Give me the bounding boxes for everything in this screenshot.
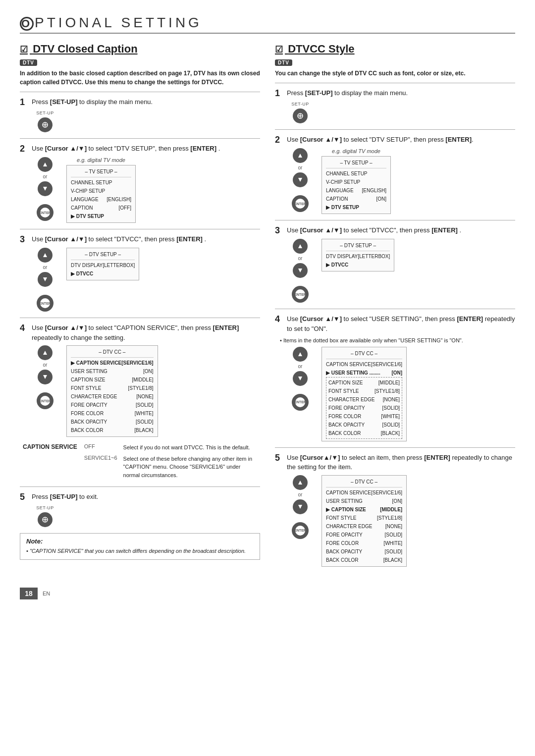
title-circle: O: [20, 17, 34, 31]
language-label: EN: [43, 591, 50, 596]
svg-marker-7: [43, 351, 47, 355]
cursor-up-left-2: [38, 157, 53, 172]
dtv-badge-right: DTV: [275, 59, 292, 66]
left-intro: In addition to the basic closed caption …: [20, 69, 260, 87]
menu-display-right-3: – DTV SETUP – DTV DISPLAY[LETTERBOX] ▶ D…: [321, 239, 394, 271]
cursor-up-right-3: [293, 239, 308, 254]
cursor-up-left-4: [38, 345, 53, 360]
items-note-right-4: Items in the dotted box are available on…: [275, 336, 515, 345]
remote-col-left-3: or ENTER: [32, 248, 58, 312]
remote-setup-left-1: SET-UP: [32, 110, 58, 132]
remote-setup-right-1: SET-UP: [287, 102, 314, 123]
left-step-1: 1 Press [SET-UP] to display the main men…: [20, 97, 260, 132]
menu-display-right-5: – DTV CC – CAPTION SERVICE[SERVICE1/6] U…: [321, 475, 407, 567]
page-title: OPTIONAL SETTING: [20, 15, 202, 30]
svg-marker-18: [298, 269, 302, 272]
cursor-down-right-3: [293, 263, 308, 278]
menu-display-left-3: – DTV SETUP – DTV DISPLAY[LETTERBOX] ▶ D…: [66, 248, 139, 280]
svg-marker-21: [298, 481, 302, 485]
cursor-down-left-3: [38, 272, 53, 287]
enter-button-right-3: ENTER: [292, 286, 309, 303]
menu-box-left-2: – TV SETUP – CHANNEL SETUP V-CHIP SETUP …: [66, 165, 136, 223]
remote-col-left-2: or ENTER: [32, 157, 58, 221]
cursor-up-right-4: [293, 347, 308, 362]
menu-display-right-2: e.g. digital TV mode – TV SETUP – CHANNE…: [321, 148, 391, 214]
svg-marker-8: [43, 375, 47, 379]
enter-button-right-5: ENTER: [292, 522, 309, 539]
svg-marker-16: [298, 178, 302, 182]
left-step-5: 5 Press [SET-UP] to exit. SET-UP: [20, 492, 260, 527]
right-step-1: 1 Press [SET-UP] to display the main men…: [275, 88, 515, 123]
main-content: ☑ DTV Closed Caption DTV In addition to …: [20, 43, 515, 573]
menu-display-left-2: e.g. digital TV mode – TV SETUP – CHANNE…: [66, 157, 136, 223]
remote-col-right-2: or ENTER: [287, 148, 314, 212]
left-section-title: ☑ DTV Closed Caption: [20, 43, 260, 55]
caption-service-table: CAPTION SERVICE OFF Select if you do not…: [20, 442, 260, 481]
off-desc: Select if you do not want DTVCC. This is…: [120, 442, 260, 453]
cursor-down-right-5: [293, 499, 308, 514]
remote-col-right-3: or ENTER: [287, 239, 314, 303]
cursor-up-right-5: [293, 475, 308, 490]
right-step-3: 3 Use [Cursor ▲/▼] to select "DTVCC", th…: [275, 225, 515, 303]
remote-col-right-4: or ENTER: [287, 347, 314, 411]
svg-marker-20: [298, 377, 302, 380]
dtv-badge-left: DTV: [20, 59, 37, 66]
menu-box-left-4: – DTV CC – ▶ CAPTION SERVICE[SERVICE1/6]…: [66, 345, 158, 437]
cursor-down-right-2: [293, 172, 308, 187]
checkbox-icon-right: ☑: [275, 45, 283, 54]
setup-button-left-1: [38, 117, 53, 132]
dotted-settings-box: CAPTION SIZE[MIDDLE] FONT STYLE[STYLE1/8…: [326, 377, 402, 439]
page-footer: 18 EN: [20, 588, 515, 599]
note-text-left: • "CAPTION SERVICE" that you can switch …: [26, 547, 254, 555]
checkbox-icon-left: ☑: [20, 45, 28, 54]
right-section-title: ☑ DTVCC Style: [275, 43, 515, 55]
note-box-left: Note: • "CAPTION SERVICE" that you can s…: [20, 533, 260, 560]
cursor-up-right-2: [293, 148, 308, 163]
svg-marker-5: [43, 253, 47, 257]
setup-button-right-1: [293, 108, 308, 123]
off-label: OFF: [81, 442, 120, 453]
right-step-2: 2 Use [Cursor ▲/▼] to select "DTV SETUP"…: [275, 135, 515, 214]
enter-button-right-4: ENTER: [292, 394, 309, 411]
svg-marker-4: [43, 187, 47, 191]
svg-marker-3: [43, 162, 47, 166]
left-step-2: 2 Use [Cursor ▲/▼] to select "DTV SETUP"…: [20, 144, 260, 223]
enter-button-left-4: ENTER: [37, 392, 54, 409]
remote-col-left-4: or ENTER: [32, 345, 58, 409]
setup-button-left-5: [38, 512, 53, 527]
service-desc: Select one of these before changing any …: [120, 453, 260, 481]
svg-marker-15: [298, 154, 302, 158]
remote-col-right-5: or ENTER: [287, 475, 314, 539]
right-step-5: 5 Use [Cursor▲/▼] to select an item, the…: [275, 453, 515, 567]
left-step-3: 3 Use [Cursor ▲/▼] to select "DTVCC", th…: [20, 234, 260, 312]
enter-button-right-2: ENTER: [292, 195, 309, 212]
right-column: ☑ DTVCC Style DTV You can change the sty…: [275, 43, 515, 573]
left-step-4: 4 Use [Cursor ▲/▼] to select "CAPTION SE…: [20, 323, 260, 481]
cursor-down-right-4: [293, 371, 308, 386]
menu-display-left-4: – DTV CC – ▶ CAPTION SERVICE[SERVICE1/6]…: [66, 345, 158, 437]
page-number: 18: [20, 588, 38, 599]
enter-button-left-3: ENTER: [37, 295, 54, 312]
menu-box-right-2: – TV SETUP – CHANNEL SETUP V-CHIP SETUP …: [321, 156, 391, 214]
right-intro: You can change the style of DTV CC such …: [275, 69, 515, 78]
menu-box-right-5: – DTV CC – CAPTION SERVICE[SERVICE1/6] U…: [321, 475, 407, 567]
left-column: ☑ DTV Closed Caption DTV In addition to …: [20, 43, 260, 573]
cursor-down-left-2: [38, 181, 53, 196]
right-step-4: 4 Use [Cursor ▲/▼] to select "USER SETTI…: [275, 314, 515, 441]
page-header: OPTIONAL SETTING: [20, 15, 515, 34]
remote-setup-left-5: SET-UP: [32, 505, 58, 527]
svg-marker-6: [43, 277, 47, 281]
note-title-left: Note:: [26, 538, 254, 545]
svg-marker-19: [298, 352, 302, 356]
menu-box-right-3: – DTV SETUP – DTV DISPLAY[LETTERBOX] ▶ D…: [321, 239, 394, 271]
svg-marker-17: [298, 244, 302, 248]
menu-box-left-3: – DTV SETUP – DTV DISPLAY[LETTERBOX] ▶ D…: [66, 248, 139, 280]
cursor-down-left-4: [38, 370, 53, 384]
service-range-label: SERVICE1~6: [81, 453, 120, 481]
enter-button-left-2: ENTER: [37, 204, 54, 221]
menu-display-right-4: – DTV CC – CAPTION SERVICE[SERVICE1/6] ▶…: [321, 347, 407, 441]
svg-marker-22: [298, 505, 302, 509]
cursor-up-left-3: [38, 248, 53, 263]
menu-box-right-4: – DTV CC – CAPTION SERVICE[SERVICE1/6] ▶…: [321, 347, 407, 441]
caption-service-label: CAPTION SERVICE: [20, 442, 81, 481]
